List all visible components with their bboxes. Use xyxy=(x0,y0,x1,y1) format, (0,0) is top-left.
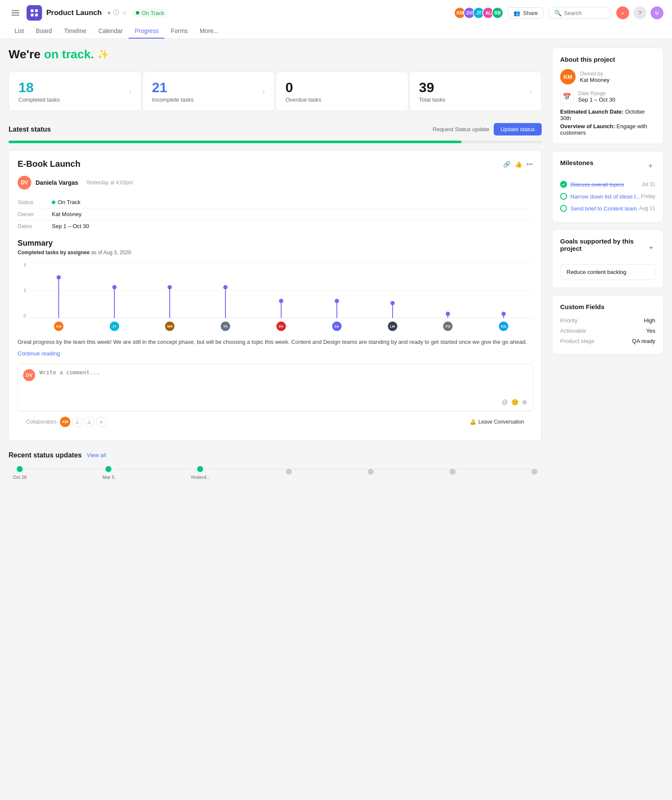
milestone-pending-icon xyxy=(560,205,567,212)
stat-completed[interactable]: 18 Completed tasks xyxy=(9,72,141,111)
tab-list[interactable]: List xyxy=(9,24,30,39)
dates-row: Dates Sep 1 – Oct 30 xyxy=(18,220,533,232)
stat-total[interactable]: 39 Total tasks xyxy=(409,72,542,111)
field-label: Product stage xyxy=(560,338,594,344)
owner-name: Kat Mooney xyxy=(580,77,609,83)
timeline-line xyxy=(210,469,286,469)
chart-bar xyxy=(392,303,393,318)
leave-conversation-button[interactable]: 🔔 Leave Conversation xyxy=(470,419,524,425)
user-avatar-button[interactable]: U xyxy=(651,6,663,19)
timeline-dot-green xyxy=(105,466,111,472)
svg-rect-0 xyxy=(12,10,19,11)
status-label: On Track xyxy=(141,10,164,16)
milestone-date: Aug 11 xyxy=(639,205,655,211)
share-button[interactable]: 👥 Share xyxy=(508,7,543,19)
hero-section: We're on track. ✨ xyxy=(9,48,542,61)
app-icon xyxy=(27,5,42,21)
chart-bar xyxy=(336,301,337,318)
milestone-label[interactable]: Narrow down list of ideas t... xyxy=(570,193,640,200)
milestone-label-done[interactable]: Discuss overall topics xyxy=(570,181,624,188)
overview-label: Overview of Launch: xyxy=(560,123,615,129)
chart-avatar: SA xyxy=(332,322,342,331)
goal-item[interactable]: Reduce content backlog xyxy=(560,264,655,280)
add-more-collaborators-button[interactable]: + xyxy=(96,417,106,427)
timeline-line xyxy=(374,469,450,469)
milestone-done-icon xyxy=(560,181,567,188)
estimated-launch-label: Estimated Launch Date: xyxy=(560,108,624,115)
timeline-dot-gray xyxy=(450,469,456,475)
chart-bar-group xyxy=(87,287,142,318)
chart-bar xyxy=(169,287,170,318)
add-goal-button[interactable]: + xyxy=(647,243,655,253)
completed-number: 18 xyxy=(18,80,60,96)
stat-incomplete[interactable]: 21 Incomplete tasks xyxy=(142,72,275,111)
star-icon[interactable]: ☆ xyxy=(122,9,127,16)
emoji-icon[interactable]: 🙂 xyxy=(511,399,519,406)
chart-avatar: KM xyxy=(54,322,63,331)
chart-bar-dot xyxy=(390,301,395,305)
leave-label: Leave Conversation xyxy=(478,419,524,425)
chart-avatar: JT xyxy=(110,322,119,331)
main-content: We're on track. ✨ 18 Completed tasks 21 … xyxy=(0,39,672,488)
chart-bar-dot xyxy=(112,285,117,289)
field-row-stage: Product stage QA ready xyxy=(560,336,655,346)
tab-more[interactable]: More... xyxy=(194,24,225,39)
tab-timeline[interactable]: Timeline xyxy=(58,24,92,39)
goals-header: Goals supported by this project + xyxy=(560,238,655,258)
milestone-item-1: Discuss overall topics Jul 31 xyxy=(560,178,655,190)
add-button[interactable]: + xyxy=(616,6,629,19)
more-options-icon[interactable]: ••• xyxy=(526,161,533,168)
dropdown-icon[interactable]: ▾ xyxy=(108,9,111,16)
info-icon[interactable]: ⓘ xyxy=(113,9,119,17)
chart-bar xyxy=(58,277,59,318)
comment-box: DV @ 🙂 ⊕ xyxy=(18,364,533,411)
chart-bar xyxy=(447,314,448,318)
dates-field-value: Sep 1 – Oct 30 xyxy=(52,223,89,229)
view-all-link[interactable]: View all xyxy=(87,452,106,458)
timeline-label: Yesterd... xyxy=(190,475,210,480)
app-header: Product Launch ▾ ⓘ ☆ On Track KM DV JT A… xyxy=(0,0,672,39)
search-bar[interactable]: 🔍 xyxy=(548,7,612,19)
at-icon[interactable]: @ xyxy=(502,399,508,406)
chart-bars-area xyxy=(30,262,533,318)
estimated-launch: Estimated Launch Date: October 30th xyxy=(560,108,655,121)
milestone-left: Discuss overall topics xyxy=(560,181,624,188)
chart-bar xyxy=(114,287,115,318)
tab-board[interactable]: Board xyxy=(30,24,58,39)
link-icon[interactable]: 🔗 xyxy=(503,161,510,168)
recent-status-title: Recent status updates xyxy=(9,451,82,459)
team-avatars[interactable]: KM DV JT AL RB xyxy=(454,7,504,19)
avatar[interactable]: RB xyxy=(492,7,504,19)
milestone-left: Narrow down list of ideas t... xyxy=(560,193,640,200)
tab-calendar[interactable]: Calendar xyxy=(93,24,129,39)
timeline-line xyxy=(27,469,102,469)
help-button[interactable]: ? xyxy=(633,6,646,19)
stat-overdue[interactable]: 0 Overdue tasks xyxy=(276,72,408,111)
add-collaborator-button[interactable] xyxy=(72,417,82,427)
author-name: Daniela Vargas xyxy=(36,179,78,186)
tab-progress[interactable]: Progress xyxy=(129,24,165,39)
search-input[interactable] xyxy=(564,10,606,16)
milestone-label[interactable]: Send brief to Content team xyxy=(570,205,637,212)
chart-bar xyxy=(503,314,504,318)
chart-avatar-item: PO xyxy=(420,322,475,331)
overdue-label: Overdue tasks xyxy=(285,96,321,103)
add-collaborator-button-2[interactable] xyxy=(84,417,94,427)
tab-forms[interactable]: Forms xyxy=(165,24,194,39)
collab-avatar: KM xyxy=(60,417,70,427)
chart-avatars-row: KM JT MR TK DV SA LM PO RA xyxy=(30,322,533,331)
chart-avatar: MR xyxy=(165,322,174,331)
milestone-date: Friday xyxy=(641,193,655,199)
timeline-item xyxy=(450,469,456,477)
chart-bar-dot xyxy=(335,299,339,303)
hamburger-button[interactable] xyxy=(9,6,22,20)
chart-bar-group xyxy=(309,301,364,318)
continue-reading-link[interactable]: Continue reading xyxy=(18,350,533,357)
image-icon[interactable]: ⊕ xyxy=(522,399,527,406)
svg-rect-4 xyxy=(35,9,38,12)
request-status-button[interactable]: Request Status update xyxy=(433,126,489,132)
comment-input[interactable] xyxy=(39,369,527,395)
add-milestone-button[interactable]: + xyxy=(646,161,655,171)
update-status-button[interactable]: Update status xyxy=(494,123,542,135)
like-icon[interactable]: 👍 xyxy=(515,161,522,168)
